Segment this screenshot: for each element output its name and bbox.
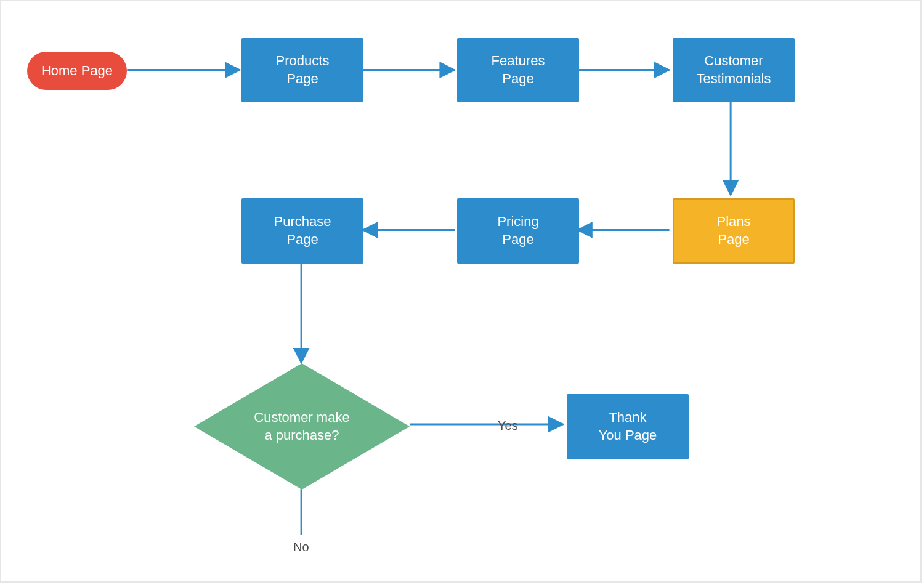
node-products-line2: Page [276,70,330,88]
node-purchase-page: Purchase Page [241,198,363,264]
node-testimonials-line2: Testimonials [696,70,771,88]
node-customer-testimonials: Customer Testimonials [673,38,795,102]
node-plans-page: Plans Page [673,198,795,264]
node-testimonials-line1: Customer [696,52,771,70]
node-products-page: Products Page [241,38,363,102]
node-products-line1: Products [276,52,330,70]
node-features-line1: Features [492,52,545,70]
node-features-page: Features Page [457,38,579,102]
node-pricing-page: Pricing Page [457,198,579,264]
node-thankyou-line2: You Page [599,427,657,445]
node-pricing-line1: Pricing [497,213,538,231]
node-plans-line1: Plans [716,213,750,231]
node-thankyou-line1: Thank [599,409,657,427]
node-home-page: Home Page [27,52,127,90]
node-purchase-line1: Purchase [274,213,331,231]
node-plans-line2: Page [716,231,750,249]
node-home-page-label: Home Page [41,62,113,80]
node-decision-purchase: Customer make a purchase? [194,363,410,490]
svg-marker-9 [194,363,410,490]
edge-label-no: No [293,540,309,554]
flowchart-canvas: Home Page Products Page Features Page Cu… [0,0,922,583]
node-features-line2: Page [492,70,545,88]
node-thank-you-page: Thank You Page [567,394,689,459]
node-pricing-line2: Page [497,231,538,249]
node-purchase-line2: Page [274,231,331,249]
edge-label-yes: Yes [498,419,518,433]
